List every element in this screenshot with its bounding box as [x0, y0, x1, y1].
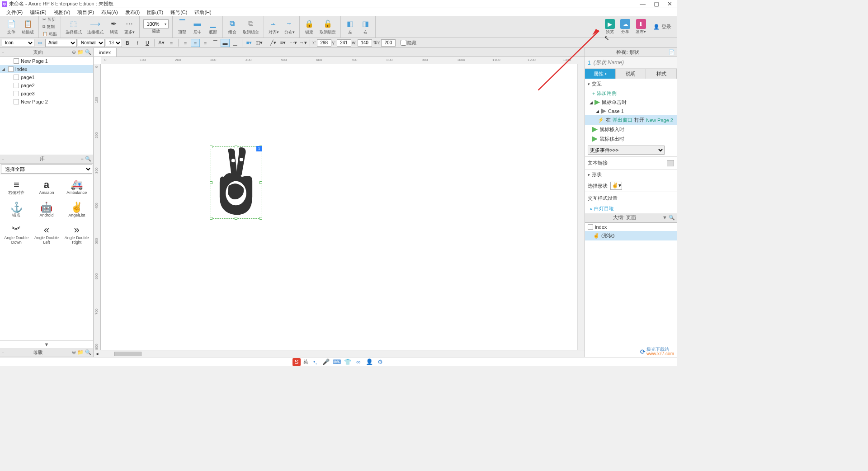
- valign-top-button[interactable]: ▔: [211, 39, 220, 47]
- tree-item-new-page-2[interactable]: New Page 2: [0, 98, 93, 106]
- outer-shadow-button[interactable]: ◫▾: [255, 39, 264, 47]
- more-button[interactable]: ⋯更多▾: [122, 18, 137, 36]
- outline-item-shape[interactable]: ✌(形状): [585, 231, 677, 240]
- paste-button[interactable]: 📋 粘贴: [42, 31, 58, 38]
- event-onclick[interactable]: ◢鼠标单击时: [585, 98, 677, 107]
- add-folder-icon[interactable]: 📁: [77, 49, 84, 55]
- lib-menu-icon[interactable]: ≡: [81, 156, 84, 162]
- align-center-button[interactable]: ≡: [191, 39, 200, 47]
- dock-left-button[interactable]: ◧左: [343, 18, 358, 36]
- master-folder-icon[interactable]: 📁: [77, 349, 84, 355]
- lib-item-anchor[interactable]: ⚓锚点: [2, 199, 31, 221]
- menu-file[interactable]: 文件(F): [3, 8, 26, 16]
- file-button[interactable]: 📄文件: [4, 18, 19, 36]
- ime-icon-7[interactable]: ⚙: [376, 358, 384, 366]
- outline-item-index[interactable]: index: [585, 223, 677, 231]
- tree-item-page1[interactable]: page1: [0, 73, 93, 81]
- library-select[interactable]: 选择全部: [1, 165, 92, 174]
- preview-button[interactable]: ▶预览: [603, 19, 617, 35]
- fill-color-button[interactable]: ■▾: [245, 39, 254, 47]
- menu-edit[interactable]: 编辑(E): [26, 8, 50, 16]
- tab-style[interactable]: 样式: [646, 69, 677, 79]
- more-events-select[interactable]: 更多事件>>>: [588, 146, 665, 155]
- event-onmouseenter[interactable]: 鼠标移入时: [585, 125, 677, 134]
- canvas-hscrollbar[interactable]: ◂: [94, 350, 585, 357]
- ime-icon-4[interactable]: 👕: [344, 358, 352, 366]
- menu-publish[interactable]: 发布(I): [122, 8, 143, 16]
- tab-notes[interactable]: 说明: [616, 69, 646, 79]
- footnote-badge[interactable]: 1: [256, 146, 262, 151]
- align-top-button[interactable]: ▔顶部: [175, 18, 190, 36]
- underline-button[interactable]: U: [143, 39, 152, 47]
- sogou-ime-icon[interactable]: S: [292, 358, 301, 366]
- font-select[interactable]: Arial: [45, 39, 77, 47]
- shape-preset-select[interactable]: Icon: [2, 39, 34, 47]
- pen-button[interactable]: ✒钢笔: [106, 18, 122, 36]
- valign-bottom-button[interactable]: ▁: [231, 39, 240, 47]
- case-action[interactable]: ⚡在 弹出窗口 打开 New Page 2: [585, 115, 677, 125]
- menu-team[interactable]: 团队(T): [143, 8, 167, 16]
- menu-view[interactable]: 视图(V): [50, 8, 74, 16]
- publish-button[interactable]: ⬇发布▾: [634, 19, 648, 35]
- valign-middle-button[interactable]: ▬: [221, 39, 230, 47]
- section-shape[interactable]: ▾形状: [585, 169, 677, 180]
- lock-button[interactable]: 🔒锁定: [302, 18, 317, 36]
- bullets-button[interactable]: ≡: [167, 39, 176, 47]
- share-button[interactable]: ☁分享: [618, 19, 632, 35]
- lib-search-icon[interactable]: 🔍: [85, 156, 91, 162]
- maximize-button[interactable]: ▢: [654, 0, 659, 7]
- lib-item-angle-double-right[interactable]: »Angle Double Right: [62, 221, 91, 248]
- lib-item-ambulance[interactable]: 🚑Ambulance: [62, 176, 91, 198]
- canvas[interactable]: 1: [101, 64, 577, 350]
- align-bottom-button[interactable]: ▁底部: [205, 18, 221, 36]
- ime-icon-5[interactable]: ∞: [354, 358, 363, 366]
- case-1[interactable]: ◢Case 1: [585, 107, 677, 115]
- lib-item-angle-double-left[interactable]: «Angle Double Left: [32, 221, 61, 248]
- search-pages-icon[interactable]: 🔍: [85, 49, 91, 55]
- connect-mode-button[interactable]: ⟶连接模式: [85, 18, 106, 36]
- ime-icon-2[interactable]: 🎤: [322, 358, 330, 366]
- menu-account[interactable]: 账号(C): [167, 8, 191, 16]
- text-color-button[interactable]: A▾: [157, 39, 166, 47]
- w-input[interactable]: [358, 39, 372, 47]
- tree-item-page3[interactable]: page3: [0, 89, 93, 98]
- line-style-button[interactable]: ⋯▾: [288, 39, 297, 47]
- selected-shape-peace-hand[interactable]: 1: [211, 146, 261, 219]
- canvas-vscrollbar[interactable]: [577, 64, 585, 350]
- y-input[interactable]: [337, 39, 351, 47]
- size-select[interactable]: 13: [106, 39, 122, 47]
- align-right-button[interactable]: ≡: [201, 39, 210, 47]
- lib-more-icon[interactable]: ▼: [0, 340, 93, 348]
- close-button[interactable]: ✕: [667, 0, 672, 7]
- text-link-button[interactable]: [667, 160, 674, 166]
- lib-item-amazon[interactable]: aAmazon: [32, 176, 61, 198]
- add-page-icon[interactable]: ⊕: [72, 49, 76, 55]
- lib-item-android[interactable]: 🤖Android: [32, 199, 61, 221]
- master-search-icon[interactable]: 🔍: [85, 349, 91, 355]
- group-button[interactable]: ⧉组合: [225, 18, 240, 36]
- arrow-button[interactable]: →▾: [298, 39, 307, 47]
- align-dropdown[interactable]: ⫠对齐▾: [266, 18, 282, 36]
- minimize-button[interactable]: —: [640, 0, 646, 7]
- tree-item-index[interactable]: ◢index: [0, 65, 93, 73]
- select-mode-button[interactable]: ⬚选择模式: [63, 18, 85, 36]
- login-button[interactable]: 👤登录: [653, 24, 671, 30]
- ime-lang[interactable]: 英: [303, 358, 308, 365]
- menu-help[interactable]: 帮助(H): [191, 8, 215, 16]
- ime-icon-6[interactable]: 👤: [365, 358, 373, 366]
- outline-search-icon[interactable]: 🔍: [669, 215, 675, 221]
- ime-icon-3[interactable]: ⌨: [333, 358, 341, 366]
- h-input[interactable]: [381, 39, 396, 47]
- outline-filter-icon[interactable]: ▼: [662, 215, 667, 221]
- section-interactions[interactable]: ▾交互: [585, 79, 677, 89]
- x-input[interactable]: [317, 39, 331, 47]
- shape-picker-button[interactable]: ✌▾: [610, 182, 622, 190]
- event-onmouseleave[interactable]: 鼠标移出时: [585, 134, 677, 144]
- tree-item-new-page-1[interactable]: New Page 1: [0, 57, 93, 65]
- lib-item-align-right[interactable]: ≡右侧对齐: [2, 176, 31, 198]
- menu-project[interactable]: 项目(P): [74, 8, 98, 16]
- inspector-page-icon[interactable]: 📄: [669, 49, 675, 55]
- align-middle-button[interactable]: ▬居中: [190, 18, 205, 36]
- ime-icon-1[interactable]: •,: [311, 358, 319, 366]
- line-width-button[interactable]: ≡▾: [278, 39, 288, 47]
